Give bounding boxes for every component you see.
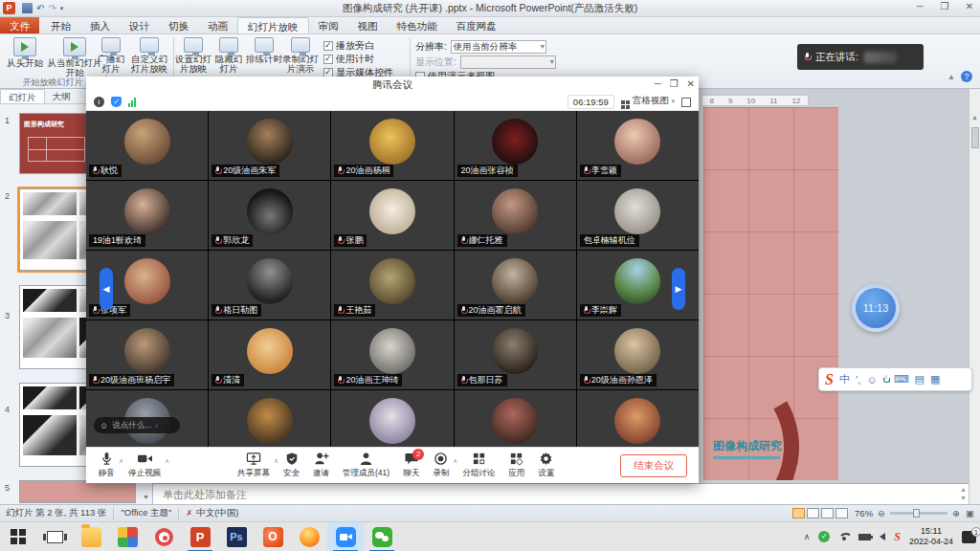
punctuation-icon[interactable]: ’, (856, 374, 861, 386)
meeting-maximize-button[interactable]: ❐ (670, 78, 679, 89)
participant-tile[interactable]: 20油画杨桐 (331, 111, 453, 180)
from-current-slide-button[interactable]: 从当前幻灯片开始 (46, 37, 103, 77)
play-narrations-checkbox[interactable]: 播放旁白 (323, 39, 393, 53)
battery-icon[interactable] (858, 534, 871, 540)
panel-scroll-down-icon[interactable]: ▼ (143, 494, 149, 500)
participant-tile[interactable]: 张鹏 (331, 181, 453, 250)
wifi-icon[interactable] (838, 533, 850, 541)
participant-tile[interactable]: 李雪颖 (577, 111, 699, 180)
vertical-scrollbar[interactable]: ▲ (969, 89, 980, 504)
participant-tile[interactable] (209, 390, 330, 447)
tab-outline-pane[interactable]: 大纲 (45, 89, 78, 103)
participant-tile[interactable]: 包那日苏 (455, 320, 576, 389)
participant-tile[interactable]: 20油画张容祯 (455, 111, 576, 180)
participant-tile[interactable]: 19油1靳欢琦 (86, 181, 208, 250)
tab-transitions[interactable]: 切换 (159, 17, 198, 33)
apps-button[interactable]: 应用 (501, 448, 531, 484)
qat-customize-icon[interactable]: ▾ (60, 5, 64, 12)
meeting-info-icon[interactable]: i (94, 97, 104, 107)
mute-button[interactable]: 静音∧ (92, 448, 122, 484)
toolbox-icon[interactable]: ▦ (930, 373, 940, 386)
taskbar-clock[interactable]: 15:11 2022-04-24 (909, 526, 953, 547)
zoom-out-icon[interactable]: ⊖ (878, 508, 885, 518)
keyboard-icon[interactable]: ⌨ (894, 373, 909, 386)
powerpoint-taskbar-button[interactable]: P (182, 522, 218, 551)
record-button[interactable]: 录制∧ (426, 448, 456, 484)
participant-tile[interactable]: 清清 (209, 320, 330, 389)
photoshop-taskbar-button[interactable]: Ps (218, 522, 255, 551)
undo-icon[interactable]: ↶ (36, 3, 44, 13)
firefox-taskbar-button[interactable] (291, 522, 327, 551)
sogou-input-toolbar[interactable]: S 中 ’, ☺ ⌨ ▤ ▦ (818, 367, 972, 391)
fit-to-window-icon[interactable]: ▣ (966, 508, 974, 518)
emoji-icon[interactable]: ☺ (100, 421, 108, 430)
tray-expand-icon[interactable]: ∧ (804, 532, 811, 541)
notes-pane[interactable]: 单击此处添加备注 ▲▼ (153, 483, 969, 504)
reading-view-icon[interactable] (821, 508, 834, 518)
participant-tile[interactable]: 20级油画朱军 (209, 111, 330, 180)
end-meeting-button[interactable]: 结束会议 (620, 454, 687, 477)
hide-slide-button[interactable]: 隐藏幻灯片 (212, 37, 246, 74)
start-button[interactable] (0, 522, 36, 551)
security-button[interactable]: 安全 (277, 448, 306, 484)
custom-slideshow-button[interactable]: 自定义幻灯片放映 (127, 37, 171, 74)
zoom-in-icon[interactable]: ⊕ (952, 508, 960, 518)
maximize-button[interactable]: ❐ (936, 1, 953, 11)
app-button-recorder[interactable] (145, 522, 182, 551)
tab-view[interactable]: 视图 (348, 17, 388, 33)
collapse-ribbon-icon[interactable]: ▲ (947, 73, 955, 81)
antivirus-shield-icon[interactable]: ✓ (818, 531, 830, 542)
wechat-taskbar-button[interactable] (364, 522, 400, 551)
task-view-button[interactable] (36, 522, 73, 551)
participant-tile[interactable] (577, 390, 699, 447)
settings-button[interactable]: 设置 (531, 448, 561, 484)
manage-members-button[interactable]: 管理成员(41) (336, 448, 396, 484)
scrollbar-thumb[interactable] (971, 127, 979, 148)
file-explorer-button[interactable] (73, 522, 109, 551)
tab-design[interactable]: 设计 (120, 17, 159, 33)
meeting-close-button[interactable]: ✕ (687, 78, 695, 89)
chat-button[interactable]: 聊天 2 (396, 448, 426, 484)
tab-slideshow[interactable]: 幻灯片放映 (237, 17, 309, 33)
slide-canvas[interactable]: 图像构成研究 (703, 107, 838, 480)
spellcheck-icon[interactable]: ✗ (186, 509, 192, 518)
minimize-button[interactable]: ─ (911, 1, 928, 11)
emoji-icon[interactable]: ☺ (866, 374, 877, 386)
quick-chat-bar[interactable]: ☺ 说点什么... ‹ (94, 417, 180, 433)
office-taskbar-button[interactable]: O (255, 522, 291, 551)
language-indicator[interactable]: 中文(中国) (196, 507, 238, 519)
redo-icon[interactable]: ↷ (48, 3, 56, 13)
notes-scroll-icons[interactable]: ▲▼ (960, 485, 967, 502)
voice-input-icon[interactable] (883, 375, 888, 384)
participant-tile[interactable]: 20级油画班杨启宇 (86, 320, 208, 389)
meeting-minimize-button[interactable]: ─ (655, 78, 661, 89)
clipboard-icon[interactable]: ▤ (915, 373, 924, 386)
zoom-slider-thumb[interactable] (913, 509, 920, 518)
tab-animations[interactable]: 动画 (198, 17, 237, 33)
tab-file[interactable]: 文件 (0, 17, 39, 33)
invite-button[interactable]: 邀请 (306, 448, 336, 484)
scroll-up-icon[interactable]: ▲ (969, 89, 980, 121)
slide-thumbnail-5[interactable] (19, 480, 136, 503)
video-options-caret[interactable]: ∧ (165, 457, 169, 465)
participant-tile[interactable]: 王艳茹 (331, 251, 453, 320)
broadcast-slideshow-button[interactable]: 广播幻灯片 (96, 37, 126, 74)
app-button-colorful[interactable] (109, 522, 145, 551)
use-timings-checkbox[interactable]: 使用计时 (323, 53, 393, 66)
tab-baidu-netdisk[interactable]: 百度网盘 (447, 17, 506, 33)
participant-tile[interactable]: 20油画王珅琦 (331, 320, 453, 389)
from-beginning-button[interactable]: 从头开始 (4, 37, 46, 68)
participant-tile[interactable]: 耿悦 (86, 111, 208, 180)
zoom-slider[interactable] (890, 512, 947, 515)
participant-tile[interactable]: 郭欣龙 (209, 181, 330, 250)
tab-features[interactable]: 特色功能 (388, 17, 447, 33)
grid-page-next-button[interactable]: ▶ (672, 268, 685, 310)
participant-tile[interactable]: 20级油画孙恩泽 (577, 320, 699, 389)
tencent-meeting-taskbar-button[interactable] (327, 522, 364, 551)
view-mode-switcher[interactable]: 宫格视图 ▾ (621, 95, 675, 109)
participant-tile[interactable] (455, 390, 576, 447)
participant-tile[interactable]: 娜仁托雅 (455, 181, 576, 250)
fullscreen-icon[interactable] (681, 98, 691, 107)
sogou-logo-icon[interactable]: S (825, 371, 834, 388)
slide-sorter-view-icon[interactable] (807, 508, 819, 518)
